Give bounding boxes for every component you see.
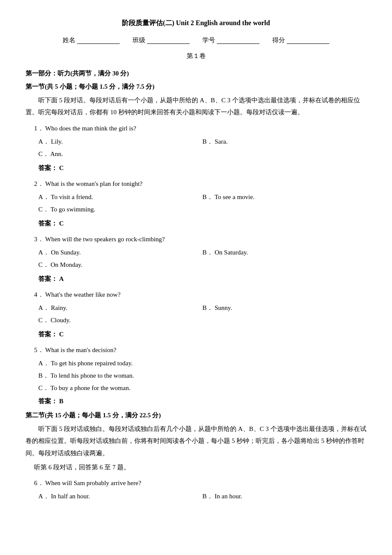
id-underline (217, 36, 259, 44)
score-underline (287, 36, 329, 44)
score-field: 得分 (272, 35, 329, 46)
q6-options: A． In half an hour. B． In an hour. (38, 491, 366, 503)
q6-option-b: B． In an hour. (202, 491, 366, 502)
q5-option-a: A． To get his phone repaired today. (38, 358, 379, 369)
q1-answer: 答案： C (38, 162, 366, 174)
subsection1-note: 听第 6 段对话，回答第 6 至 7 题。 (34, 462, 366, 473)
name-field: 姓名 (63, 35, 120, 46)
q2-number: 2． (34, 180, 44, 187)
q3-option-b: B． On Saturday. (202, 247, 366, 258)
section1-instructions: 听下面 5 段对话。每段对话后有一个小题，从题中所给的 A、B、C 3 个选项中… (26, 94, 366, 119)
q5-answer: 答案： B (38, 396, 366, 407)
q2-answer: 答案： C (38, 218, 366, 229)
name-underline (77, 36, 120, 44)
question-2: 2． What is the woman's plan for tonight? (34, 178, 366, 190)
q1-option-b: B． Sara. (202, 136, 366, 147)
question-1: 1． Who does the man think the girl is? (34, 123, 366, 134)
student-info-bar: 姓名 班级 学号 得分 (26, 35, 366, 46)
q1-options: A． Lily. B． Sara. C． Ann. (38, 136, 366, 161)
q4-options: A． Rainy. B． Sunny. C． Cloudy. (38, 302, 366, 327)
score-label: 得分 (272, 35, 285, 46)
section2-heading: 第二节(共 15 小题；每小题 1.5 分，满分 22.5 分) (26, 410, 366, 421)
q2-options: A． To visit a friend. B． To see a movie.… (38, 191, 366, 216)
section1-heading: 第一节(共 5 小题；每小题 1.5 分，满分 7.5 分) (26, 81, 366, 92)
q1-option-a: A． Lily. (38, 136, 202, 147)
question-4: 4． What's the weather like now? (34, 289, 366, 301)
class-field: 班级 (133, 35, 190, 46)
q1-option-c: C． Ann. (38, 148, 202, 160)
name-label: 姓名 (63, 35, 75, 46)
q6-number: 6． (34, 480, 44, 486)
id-label: 学号 (202, 35, 215, 46)
q3-option-a: A． On Sunday. (38, 247, 202, 258)
q1-number: 1． (34, 125, 44, 132)
q6-text: When will Sam probably arrive here? (45, 480, 141, 486)
part1-heading: 第一部分：听力(共两节，满分 30 分) (26, 68, 366, 79)
question-5: 5． What is the man's decision? (34, 344, 366, 356)
class-underline (147, 36, 190, 44)
q2-option-a: A． To visit a friend. (38, 191, 202, 203)
q4-option-b: B． Sunny. (202, 302, 366, 314)
q5-options: A． To get his phone repaired today. B． T… (26, 358, 366, 394)
q6-option-a: A． In half an hour. (38, 491, 202, 502)
q5-option-b: B． To lend his phone to the woman. (38, 370, 379, 382)
q4-option-c: C． Cloudy. (38, 315, 202, 326)
q5-option-c: C． To buy a phone for the woman. (38, 382, 379, 394)
q3-text: When will the two speakers go rock-climb… (45, 236, 165, 243)
id-field: 学号 (202, 35, 259, 46)
q2-text: What is the woman's plan for tonight? (45, 180, 143, 187)
q2-option-b: B． To see a movie. (202, 191, 366, 203)
q3-answer: 答案： A (38, 273, 366, 285)
q1-text: Who does the man think the girl is? (45, 125, 136, 132)
q3-option-c: C． On Monday. (38, 259, 202, 271)
question-6: 6． When will Sam probably arrive here? (34, 477, 366, 489)
q4-option-a: A． Rainy. (38, 302, 202, 314)
q4-number: 4． (34, 291, 44, 298)
class-label: 班级 (133, 35, 145, 46)
volume-title: 第１卷 (26, 50, 366, 62)
q3-options: A． On Sunday. B． On Saturday. C． On Mond… (38, 247, 366, 272)
q5-number: 5． (34, 347, 44, 353)
question-3: 3． When will the two speakers go rock-cl… (34, 234, 366, 245)
exam-title: 阶段质量评估(二) Unit 2 English around the worl… (26, 17, 366, 29)
q2-option-c: C． To go swimming. (38, 204, 202, 215)
q3-number: 3． (34, 236, 44, 243)
q4-answer: 答案： C (38, 329, 366, 340)
q4-text: What's the weather like now? (45, 291, 121, 298)
section2-instructions: 听下面 5 段对话或独白。每段对话或独白后有几个小题，从题中所给的 A、B、C … (26, 423, 366, 460)
q5-text: What is the man's decision? (45, 347, 116, 353)
